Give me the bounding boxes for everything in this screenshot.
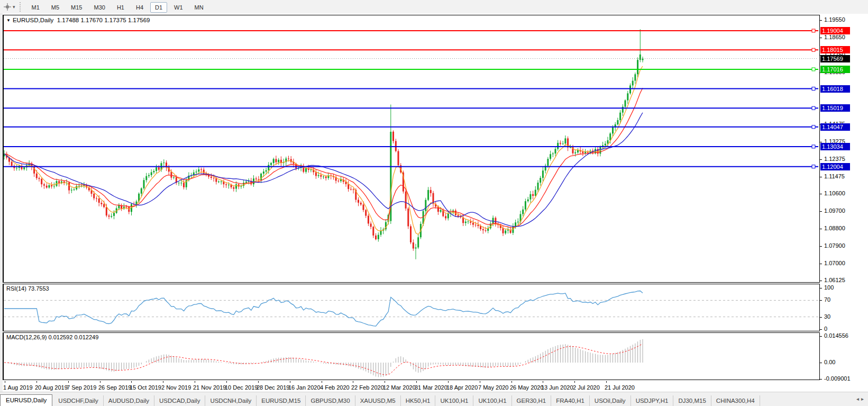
tab-scroll-arrows[interactable]: ◂▸ — [853, 396, 866, 402]
price-tag-1-12004[interactable]: 1.12004 — [820, 163, 850, 170]
date-tick — [131, 381, 132, 383]
rsi-panel[interactable]: RSI(14) 73.7553 — [3, 284, 820, 331]
date-tick — [100, 381, 100, 383]
tab-scroll-left-icon[interactable]: ◂ — [856, 396, 861, 402]
rsi-axis-label: 100 — [824, 284, 834, 291]
tab-1-usdchf-daily[interactable]: USDCHF,Daily — [53, 395, 103, 406]
axis-tick — [820, 211, 822, 212]
axis-tick — [820, 300, 822, 301]
tab-15-dj30-m15[interactable]: DJ30,M15 — [673, 395, 711, 406]
date-label: 18 Apr 2020 — [446, 384, 478, 391]
date-label: 20 Aug 2019 — [35, 384, 68, 391]
axis-tick — [820, 20, 822, 21]
date-tick — [574, 381, 575, 383]
axis-tick — [820, 363, 822, 363]
timeframe-mn[interactable]: MN — [190, 2, 208, 13]
date-tick — [226, 381, 227, 383]
axis-tick — [820, 336, 822, 337]
timeframe-m30[interactable]: M30 — [89, 2, 110, 13]
date-tick — [68, 381, 69, 383]
date-tick — [163, 381, 163, 383]
date-tick — [5, 381, 5, 383]
tab-3-usdcad-daily[interactable]: USDCAD,Daily — [154, 395, 205, 406]
timeframe-buttons: M1M5M15M30H1H4D1W1MN — [26, 2, 209, 12]
date-label: 26 May 2020 — [510, 384, 544, 391]
date-tick — [290, 381, 290, 383]
rsi-axis-label: 30 — [824, 313, 830, 320]
date-label: 4 Feb 2020 — [320, 384, 350, 391]
chart-tab-bar: EURUSD,DailyUSDCHF,DailyAUDUSD,DailyUSDC… — [0, 392, 868, 406]
chart-window: ▼EURUSD,Daily 1.17488 1.17670 1.17375 1.… — [3, 14, 868, 392]
date-tick — [322, 381, 322, 383]
price-tag-1-16018[interactable]: 1.16018 — [820, 85, 850, 93]
date-label: 2 Nov 2019 — [161, 384, 191, 391]
timeframe-toolbar: ▾ M1M5M15M30H1H4D1W1MN — [0, 0, 868, 14]
date-label: 31 Mar 2020 — [415, 384, 447, 391]
date-label: 12 Mar 2020 — [383, 384, 416, 391]
axis-tick — [820, 288, 822, 288]
tab-12-fra40-h1[interactable]: FRA40,H1 — [551, 395, 590, 406]
macd-axis-label: 0.00 — [824, 359, 835, 365]
macd-chart[interactable] — [4, 333, 818, 380]
main-chart-panel[interactable]: ▼EURUSD,Daily 1.17488 1.17670 1.17375 1.… — [3, 15, 820, 283]
axis-tick — [820, 379, 822, 380]
timeframe-m1[interactable]: M1 — [27, 2, 44, 13]
price-tick-label: 1.09700 — [824, 207, 845, 214]
price-tag-1-14047[interactable]: 1.14047 — [820, 123, 850, 131]
crosshair-cursor-icon[interactable] — [3, 3, 12, 11]
price-tick-label: 1.19550 — [824, 16, 845, 23]
date-tick — [480, 381, 480, 383]
date-tick — [195, 381, 195, 383]
price-tag-1-17016[interactable]: 1.17016 — [820, 66, 850, 73]
tab-13-usoil-daily[interactable]: USOil,Daily — [590, 395, 631, 406]
tab-4-usdcnh-daily[interactable]: USDCNH,Daily — [205, 395, 257, 406]
price-tag-1-19004[interactable]: 1.19004 — [820, 27, 850, 34]
date-tick — [385, 381, 385, 383]
tab-scroll-right-icon[interactable]: ▸ — [861, 396, 866, 402]
tab-14-usdjpy-h1[interactable]: USDJPY,H1 — [631, 395, 674, 406]
tab-8-hk50-h1[interactable]: HK50,H1 — [401, 395, 436, 406]
tab-10-uk100-h1[interactable]: UK100,H1 — [473, 395, 511, 406]
chart-title: ▼EURUSD,Daily 1.17488 1.17670 1.17375 1.… — [6, 17, 150, 23]
timeframe-m5[interactable]: M5 — [47, 2, 64, 13]
date-axis: 1 Aug 201920 Aug 20197 Sep 201926 Sep 20… — [3, 381, 820, 393]
price-tag-1-13034[interactable]: 1.13034 — [820, 143, 850, 150]
date-tick — [353, 381, 353, 383]
axis-tick — [820, 38, 822, 38]
tab-5-eurusd-m15[interactable]: EURUSD,M15 — [257, 395, 306, 406]
chart-ohlc-label: 1.17488 1.17670 1.17375 1.17569 — [57, 17, 150, 23]
date-label: 26 Sep 2019 — [98, 384, 131, 391]
tab-2-audusd-daily[interactable]: AUDUSD,Daily — [104, 395, 154, 406]
timeframe-h4[interactable]: H4 — [131, 2, 148, 13]
rsi-chart[interactable] — [4, 284, 818, 331]
tab-0-eurusd-daily[interactable]: EURUSD,Daily — [0, 394, 52, 406]
date-label: 21 Jul 2020 — [605, 384, 635, 391]
price-tick-label: 1.18650 — [824, 34, 845, 40]
axis-tick — [820, 159, 822, 160]
macd-panel[interactable]: MACD(12,26,9) 0.012592 0.012249 — [3, 332, 820, 380]
timeframe-h1[interactable]: H1 — [112, 2, 129, 13]
price-tag-1-17569[interactable]: 1.17569 — [820, 55, 850, 62]
axis-tick — [820, 246, 822, 247]
timeframe-w1[interactable]: W1 — [169, 2, 188, 13]
candlestick-chart[interactable] — [4, 15, 818, 282]
tab-9-uk100-h1[interactable]: UK100,H1 — [435, 395, 473, 406]
dropdown-caret-icon[interactable]: ▾ — [13, 4, 15, 10]
timeframe-m15[interactable]: M15 — [66, 2, 87, 13]
price-tick-label: 1.06125 — [824, 277, 845, 283]
tab-16-china300-h4[interactable]: CHINA300,H4 — [711, 395, 760, 406]
toolbar-grip — [20, 2, 21, 12]
price-tick-label: 1.11475 — [824, 173, 845, 179]
collapse-chart-icon[interactable]: ▼ — [6, 18, 11, 23]
tab-11-ger30-h1[interactable]: GER30,H1 — [512, 395, 552, 406]
macd-axis-label: -0.009001 — [824, 375, 851, 382]
tab-6-gbpusd-m30[interactable]: GBPUSD,M30 — [306, 395, 355, 406]
axis-tick — [820, 229, 822, 229]
price-axis: 1.195501.186501.177501.168501.141751.132… — [820, 14, 868, 392]
macd-label: MACD(12,26,9) 0.012592 0.012249 — [6, 334, 98, 340]
price-tag-1-15019[interactable]: 1.15019 — [820, 104, 850, 112]
tab-7-xauusd-m5[interactable]: XAUUSD,M5 — [355, 395, 401, 406]
axis-tick — [820, 281, 822, 281]
price-tag-1-18015[interactable]: 1.18015 — [820, 46, 850, 53]
timeframe-d1[interactable]: D1 — [150, 2, 167, 13]
